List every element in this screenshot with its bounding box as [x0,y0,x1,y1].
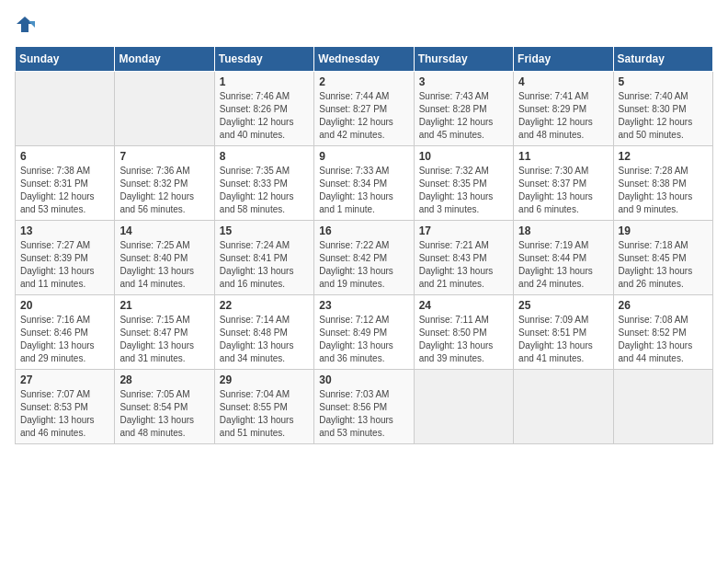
day-info: Sunrise: 7:15 AM Sunset: 8:47 PM Dayligh… [119,314,209,365]
calendar-cell: 29Sunrise: 7:04 AM Sunset: 8:55 PM Dayli… [214,370,313,444]
day-info: Sunrise: 7:40 AM Sunset: 8:30 PM Dayligh… [619,90,708,142]
day-number: 18 [518,224,608,237]
day-number: 1 [220,75,309,88]
day-info: Sunrise: 7:35 AM Sunset: 8:33 PM Dayligh… [220,165,309,216]
day-header-thursday: Thursday [414,47,513,72]
calendar-cell: 26Sunrise: 7:08 AM Sunset: 8:52 PM Dayli… [613,295,712,370]
day-number: 5 [619,75,708,88]
day-info: Sunrise: 7:04 AM Sunset: 8:55 PM Dayligh… [220,388,309,440]
calendar-cell: 30Sunrise: 7:03 AM Sunset: 8:56 PM Dayli… [314,370,414,444]
calendar-cell: 4Sunrise: 7:41 AM Sunset: 8:29 PM Daylig… [514,72,613,146]
day-number: 3 [419,75,508,88]
day-info: Sunrise: 7:46 AM Sunset: 8:26 PM Dayligh… [220,90,309,142]
day-header-sunday: Sunday [16,47,115,72]
calendar-cell: 13Sunrise: 7:27 AM Sunset: 8:39 PM Dayli… [16,221,115,295]
week-row-1: 1Sunrise: 7:46 AM Sunset: 8:26 PM Daylig… [16,72,713,146]
day-info: Sunrise: 7:07 AM Sunset: 8:53 PM Dayligh… [20,388,109,440]
day-number: 23 [319,299,408,312]
day-number: 8 [220,150,309,163]
day-info: Sunrise: 7:32 AM Sunset: 8:35 PM Dayligh… [419,165,508,216]
calendar-cell: 14Sunrise: 7:25 AM Sunset: 8:40 PM Dayli… [115,221,214,295]
day-info: Sunrise: 7:24 AM Sunset: 8:41 PM Dayligh… [220,239,309,291]
calendar-cell: 12Sunrise: 7:28 AM Sunset: 8:38 PM Dayli… [613,146,712,221]
calendar-cell: 28Sunrise: 7:05 AM Sunset: 8:54 PM Dayli… [115,370,214,444]
day-info: Sunrise: 7:18 AM Sunset: 8:45 PM Dayligh… [619,239,708,291]
day-number: 14 [119,224,209,237]
day-number: 27 [20,373,109,386]
logo [15,15,39,35]
day-number: 29 [220,373,309,386]
day-number: 15 [220,224,309,237]
calendar-cell: 16Sunrise: 7:22 AM Sunset: 8:42 PM Dayli… [314,221,414,295]
day-info: Sunrise: 7:03 AM Sunset: 8:56 PM Dayligh… [319,388,408,440]
calendar-cell: 2Sunrise: 7:44 AM Sunset: 8:27 PM Daylig… [314,72,414,146]
calendar-table: SundayMondayTuesdayWednesdayThursdayFrid… [15,46,713,444]
day-number: 20 [20,299,109,312]
calendar-cell: 11Sunrise: 7:30 AM Sunset: 8:37 PM Dayli… [514,146,613,221]
calendar-cell: 5Sunrise: 7:40 AM Sunset: 8:30 PM Daylig… [613,72,712,146]
calendar-cell: 6Sunrise: 7:38 AM Sunset: 8:31 PM Daylig… [16,146,115,221]
day-info: Sunrise: 7:11 AM Sunset: 8:50 PM Dayligh… [419,314,508,365]
day-info: Sunrise: 7:22 AM Sunset: 8:42 PM Dayligh… [319,239,408,291]
week-row-4: 20Sunrise: 7:16 AM Sunset: 8:46 PM Dayli… [16,295,713,370]
day-number: 11 [518,150,608,163]
day-info: Sunrise: 7:28 AM Sunset: 8:38 PM Dayligh… [619,165,708,216]
day-header-tuesday: Tuesday [214,47,313,72]
day-info: Sunrise: 7:05 AM Sunset: 8:54 PM Dayligh… [119,388,209,440]
day-header-monday: Monday [115,47,214,72]
day-header-wednesday: Wednesday [314,47,414,72]
day-number: 13 [20,224,109,237]
day-number: 16 [319,224,408,237]
day-info: Sunrise: 7:09 AM Sunset: 8:51 PM Dayligh… [518,314,608,365]
day-info: Sunrise: 7:43 AM Sunset: 8:28 PM Dayligh… [419,90,508,142]
day-number: 19 [619,224,708,237]
day-number: 30 [319,373,408,386]
header [15,15,713,35]
calendar-cell: 10Sunrise: 7:32 AM Sunset: 8:35 PM Dayli… [414,146,513,221]
day-info: Sunrise: 7:12 AM Sunset: 8:49 PM Dayligh… [319,314,408,365]
logo-icon [15,15,35,35]
calendar-cell: 8Sunrise: 7:35 AM Sunset: 8:33 PM Daylig… [214,146,313,221]
day-info: Sunrise: 7:16 AM Sunset: 8:46 PM Dayligh… [20,314,109,365]
calendar-cell: 15Sunrise: 7:24 AM Sunset: 8:41 PM Dayli… [214,221,313,295]
day-number: 24 [419,299,508,312]
day-number: 4 [518,75,608,88]
calendar-cell: 7Sunrise: 7:36 AM Sunset: 8:32 PM Daylig… [115,146,214,221]
day-info: Sunrise: 7:30 AM Sunset: 8:37 PM Dayligh… [518,165,608,216]
day-info: Sunrise: 7:27 AM Sunset: 8:39 PM Dayligh… [20,239,109,291]
calendar-cell: 22Sunrise: 7:14 AM Sunset: 8:48 PM Dayli… [214,295,313,370]
calendar-cell: 18Sunrise: 7:19 AM Sunset: 8:44 PM Dayli… [514,221,613,295]
calendar-cell: 21Sunrise: 7:15 AM Sunset: 8:47 PM Dayli… [115,295,214,370]
calendar-cell [115,72,214,146]
svg-marker-0 [17,17,33,32]
week-row-2: 6Sunrise: 7:38 AM Sunset: 8:31 PM Daylig… [16,146,713,221]
calendar-cell: 9Sunrise: 7:33 AM Sunset: 8:34 PM Daylig… [314,146,414,221]
day-number: 10 [419,150,508,163]
day-info: Sunrise: 7:36 AM Sunset: 8:32 PM Dayligh… [119,165,209,216]
calendar-cell: 3Sunrise: 7:43 AM Sunset: 8:28 PM Daylig… [414,72,513,146]
day-info: Sunrise: 7:25 AM Sunset: 8:40 PM Dayligh… [119,239,209,291]
day-number: 7 [119,150,209,163]
day-info: Sunrise: 7:38 AM Sunset: 8:31 PM Dayligh… [20,165,109,216]
day-header-friday: Friday [514,47,613,72]
day-info: Sunrise: 7:44 AM Sunset: 8:27 PM Dayligh… [319,90,408,142]
day-number: 26 [619,299,708,312]
day-info: Sunrise: 7:21 AM Sunset: 8:43 PM Dayligh… [419,239,508,291]
calendar-cell: 27Sunrise: 7:07 AM Sunset: 8:53 PM Dayli… [16,370,115,444]
calendar-cell [16,72,115,146]
calendar-cell: 25Sunrise: 7:09 AM Sunset: 8:51 PM Dayli… [514,295,613,370]
header-row: SundayMondayTuesdayWednesdayThursdayFrid… [16,47,713,72]
day-info: Sunrise: 7:08 AM Sunset: 8:52 PM Dayligh… [619,314,708,365]
calendar-cell: 24Sunrise: 7:11 AM Sunset: 8:50 PM Dayli… [414,295,513,370]
day-info: Sunrise: 7:19 AM Sunset: 8:44 PM Dayligh… [518,239,608,291]
calendar-cell: 20Sunrise: 7:16 AM Sunset: 8:46 PM Dayli… [16,295,115,370]
day-number: 22 [220,299,309,312]
day-number: 12 [619,150,708,163]
day-number: 9 [319,150,408,163]
day-number: 2 [319,75,408,88]
calendar-cell: 23Sunrise: 7:12 AM Sunset: 8:49 PM Dayli… [314,295,414,370]
calendar-cell: 19Sunrise: 7:18 AM Sunset: 8:45 PM Dayli… [613,221,712,295]
day-info: Sunrise: 7:14 AM Sunset: 8:48 PM Dayligh… [220,314,309,365]
calendar-cell [613,370,712,444]
week-row-3: 13Sunrise: 7:27 AM Sunset: 8:39 PM Dayli… [16,221,713,295]
